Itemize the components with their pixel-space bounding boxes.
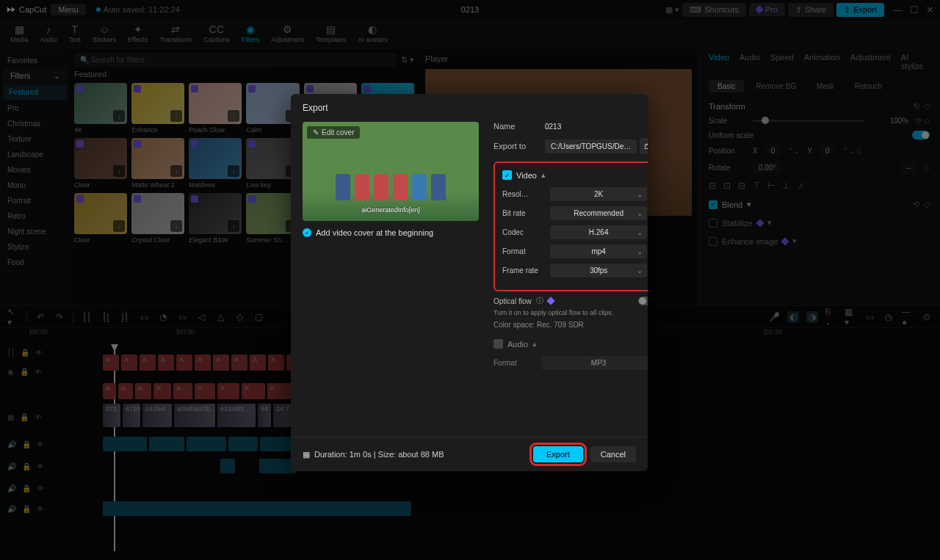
- framerate-dropdown[interactable]: 30fps: [550, 263, 647, 277]
- props-subtab-retouch[interactable]: Retouch: [846, 80, 891, 92]
- layout-icon[interactable]: ▦ ▾: [665, 5, 679, 15]
- filter-clip[interactable]: A: [231, 354, 247, 371]
- tab-audio[interactable]: ♪Audio: [35, 23, 63, 43]
- rotate-icon[interactable]: ▢: [253, 311, 264, 323]
- share-button[interactable]: ⇪ Share: [788, 3, 834, 17]
- filter-clip[interactable]: A: [268, 354, 284, 371]
- sidebar-item-retro[interactable]: Retro: [0, 208, 70, 224]
- align-center-icon[interactable]: ⊡: [723, 181, 731, 191]
- filter-clip[interactable]: A: [135, 383, 151, 399]
- trim-left-icon[interactable]: ⎮[: [100, 311, 112, 323]
- export-cancel-button[interactable]: Cancel: [590, 446, 636, 462]
- sidebar-item-portrait[interactable]: Portrait: [0, 193, 70, 208]
- filter-clip[interactable]: A: [103, 354, 119, 371]
- trim-right-icon[interactable]: ]⎮: [119, 311, 131, 323]
- format-dropdown[interactable]: mp4: [550, 244, 647, 258]
- filter-card[interactable]: Enhance: [131, 83, 184, 134]
- position-x-input[interactable]: 0: [765, 145, 781, 156]
- tab-stickers[interactable]: ☺Stickers: [87, 23, 122, 43]
- filter-clip[interactable]: A: [158, 354, 174, 371]
- linkage-icon[interactable]: ◑: [806, 311, 818, 323]
- tab-effects[interactable]: ✦Effects: [122, 23, 153, 43]
- props-tab-video[interactable]: Video: [709, 53, 729, 70]
- filter-clip[interactable]: A: [195, 354, 211, 371]
- link-icon[interactable]: ⎘ ▾: [825, 311, 837, 323]
- filter-clip[interactable]: A: [103, 383, 116, 399]
- tab-adjustment[interactable]: ⚙Adjustment: [265, 23, 310, 43]
- align-right-icon[interactable]: ⊟: [738, 181, 745, 191]
- sort-icon[interactable]: ⇅ ▾: [401, 55, 414, 65]
- menu-button[interactable]: Menu: [51, 4, 86, 15]
- freeze-icon[interactable]: ▭: [176, 311, 188, 323]
- filter-card[interactable]: Matte Wheat 2: [131, 138, 184, 189]
- filter-clip[interactable]: A: [267, 383, 292, 399]
- align-distribute-icon[interactable]: ⫽: [797, 181, 806, 191]
- sidebar-filters-header[interactable]: Filters⌄: [3, 68, 67, 84]
- sidebar-item-stylize[interactable]: Stylize: [0, 239, 70, 255]
- filter-clip[interactable]: A: [176, 354, 192, 371]
- sidebar-item-christmas[interactable]: Christmas: [0, 116, 70, 131]
- props-tab-animation[interactable]: Animation: [804, 53, 840, 70]
- name-value[interactable]: 0213: [545, 123, 648, 131]
- export-button-header[interactable]: ⇪ Export: [836, 3, 884, 17]
- crop-icon[interactable]: ◇: [234, 311, 245, 323]
- props-tab-ai stylize[interactable]: AI stylize: [901, 53, 930, 70]
- zoom-slider[interactable]: —●: [902, 311, 914, 323]
- filter-clip[interactable]: A: [153, 383, 171, 399]
- browse-folder-button[interactable]: 🗀: [640, 138, 648, 154]
- align-left-icon[interactable]: ⊟: [709, 181, 716, 191]
- align-top-icon[interactable]: ⊤: [753, 181, 760, 191]
- props-subtab-remove-bg[interactable]: Remove BG: [747, 80, 804, 92]
- filter-clip[interactable]: A: [217, 383, 239, 399]
- pro-button[interactable]: Pro: [749, 3, 785, 16]
- props-tab-audio[interactable]: Audio: [740, 53, 760, 70]
- props-tab-adjustment[interactable]: Adjustment: [850, 53, 891, 70]
- tab-captions[interactable]: CCCaptions: [198, 23, 236, 43]
- video-clip[interactable]: a08d0e53b…: [174, 404, 215, 427]
- filter-clip[interactable]: A: [213, 354, 229, 371]
- preview-icon[interactable]: ▦ ▾: [845, 311, 856, 323]
- timer-icon[interactable]: ◷: [883, 311, 894, 323]
- fit-icon[interactable]: ⊙: [921, 311, 933, 323]
- marker-icon[interactable]: ◔: [157, 311, 169, 323]
- align-bottom-icon[interactable]: ⊥: [782, 181, 789, 191]
- video-section-toggle[interactable]: ✓Video ▴: [502, 170, 647, 180]
- reverse-icon[interactable]: ◁: [195, 311, 207, 323]
- search-input[interactable]: 🔍 Search for filters: [74, 53, 397, 67]
- mic-icon[interactable]: 🎤: [768, 311, 780, 323]
- filter-clip[interactable]: A: [118, 383, 133, 399]
- tab-filters[interactable]: ◉Filters: [236, 23, 266, 43]
- export-confirm-button[interactable]: Export: [533, 446, 583, 462]
- shortcuts-button[interactable]: ⌨ Shortcuts: [682, 3, 745, 17]
- tab-media[interactable]: ▦Media: [4, 23, 35, 43]
- filter-clip[interactable]: A: [121, 354, 137, 371]
- filter-clip[interactable]: A: [242, 383, 265, 399]
- uniform-scale-toggle[interactable]: [912, 131, 930, 139]
- sidebar-item-pro[interactable]: Pro: [0, 101, 70, 116]
- sidebar-item-mono[interactable]: Mono: [0, 178, 70, 193]
- select-tool-icon[interactable]: ↖ ▾: [7, 311, 19, 323]
- tab-ai avatars[interactable]: ◐AI avatars: [352, 23, 394, 43]
- video-clip[interactable]: 872: [103, 404, 120, 427]
- props-subtab-mask[interactable]: Mask: [808, 80, 843, 92]
- magnet-icon[interactable]: ◐: [787, 311, 799, 323]
- codec-dropdown[interactable]: H.264: [550, 225, 647, 239]
- close-icon[interactable]: ✕: [926, 4, 934, 15]
- sidebar-item-featured[interactable]: Featured: [3, 84, 67, 100]
- resolution-dropdown[interactable]: 2K: [550, 187, 647, 201]
- minimize-icon[interactable]: —: [893, 4, 903, 15]
- filter-card[interactable]: Crystal Clear: [131, 193, 184, 244]
- export-path-input[interactable]: C:/Users/TOPGUS/De…: [545, 139, 637, 153]
- filter-card[interactable]: Peach Glow: [189, 83, 242, 134]
- rotate-input[interactable]: 0.00°: [753, 162, 781, 173]
- filter-card[interactable]: Maldives: [189, 138, 242, 189]
- optical-flow-toggle[interactable]: [638, 297, 648, 305]
- cover-icon[interactable]: ▭: [864, 311, 875, 323]
- sidebar-item-movies[interactable]: Movies: [0, 162, 70, 178]
- tab-transitions[interactable]: ⇄Transitions: [153, 23, 198, 43]
- add-cover-checkbox[interactable]: ✓Add video cover at the beginning: [303, 228, 479, 237]
- video-clip[interactable]: 63348f5…: [217, 404, 256, 427]
- filter-card[interactable]: 4K: [74, 83, 127, 134]
- position-y-input[interactable]: 0: [820, 145, 836, 156]
- filter-clip[interactable]: A: [195, 383, 215, 399]
